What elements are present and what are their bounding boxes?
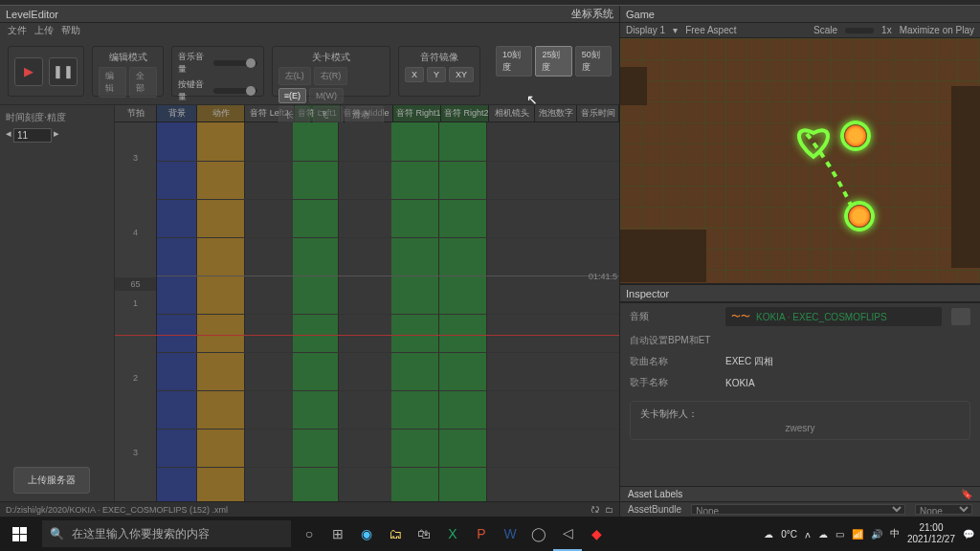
beat: 4	[115, 228, 156, 237]
col-time: 音乐时间	[577, 105, 619, 121]
audio-picker[interactable]	[951, 308, 970, 325]
bundle-select-1[interactable]: None	[691, 504, 905, 515]
file-path: D:/zishi/gk/2020/KOKIA · EXEC_COSMOFLIPS…	[6, 505, 228, 515]
song-name-label: 歌曲名称	[630, 355, 716, 368]
search-icon: 🔍	[50, 527, 64, 540]
scale-label: Scale	[813, 25, 837, 35]
beat: 3	[115, 448, 156, 457]
ime-indicator[interactable]: 中	[890, 527, 900, 540]
footer-path-bar: D:/zishi/gk/2020/KOKIA · EXEC_COSMOFLIPS…	[0, 501, 619, 517]
artist-value: KOKIA	[725, 378, 970, 388]
taskbar-clock[interactable]: 21:00 2021/12/27	[907, 522, 955, 545]
key-vol-slider[interactable]	[213, 88, 257, 94]
edit-btn[interactable]: 编辑	[99, 67, 126, 98]
refresh-icon[interactable]: 🗘	[590, 505, 599, 515]
credit-label: 关卡制作人：	[640, 408, 960, 421]
weather-icon[interactable]: ☁	[764, 529, 773, 540]
task-view-icon[interactable]: ⊞	[323, 517, 352, 551]
play-button[interactable]: ▶	[14, 57, 43, 86]
all-btn[interactable]: 全部	[129, 67, 157, 98]
audio-wave-icon: 〜〜	[731, 310, 750, 323]
m-btn[interactable]: M(W)	[309, 88, 344, 103]
music-vol-label: 音乐音量	[178, 51, 210, 76]
scale-50[interactable]: 50刻度	[575, 46, 612, 77]
start-button[interactable]	[0, 517, 38, 551]
scale-10[interactable]: 10刻度	[496, 46, 532, 77]
scale-25[interactable]: 25刻度	[535, 46, 571, 77]
col-beat: 节拍	[115, 105, 157, 121]
audio-file-name: KOKIA · EXEC_COSMOFLIPS	[756, 312, 887, 322]
asset-labels-header[interactable]: Asset Labels 🔖	[620, 486, 980, 501]
coord-label[interactable]: 坐标系统	[571, 7, 613, 21]
timeline-body[interactable]: 3 4 65 1 2 3 01:41.5	[115, 122, 619, 501]
precision-left[interactable]: ◂	[6, 127, 11, 140]
file-explorer-icon[interactable]: 🗂	[381, 517, 410, 551]
clock-time: 21:00	[907, 522, 955, 534]
battery-icon[interactable]: ▭	[835, 529, 844, 540]
toolbar: ▶ ❚❚ 编辑模式 编辑 全部 音乐音量 按键音量 关卡模式 左(L) 右(R)	[0, 38, 619, 105]
aspect-dropdown[interactable]: Free Aspect	[685, 25, 736, 35]
obs-icon[interactable]: ◯	[524, 517, 553, 551]
precision-input[interactable]	[13, 128, 52, 143]
cortana-icon[interactable]: ○	[295, 517, 323, 551]
timecode: 01:41.5	[589, 272, 617, 281]
timeline-precision-panel: 时间刻度·精度 ◂ ▸	[0, 105, 115, 501]
excel-icon[interactable]: X	[438, 517, 467, 551]
col-action: 动作	[197, 105, 245, 121]
app-icon[interactable]: ◆	[582, 517, 611, 551]
windows-taskbar: 🔍 在这里输入你要搜索的内容 ○ ⊞ ◉ 🗂 🛍 X P W ◯ ◁ ◆ ☁ 0…	[0, 517, 980, 551]
onedrive-icon[interactable]: ☁	[818, 529, 828, 540]
menu-file[interactable]: 文件	[8, 24, 27, 37]
display-dropdown[interactable]: Display 1	[626, 25, 665, 35]
notifications-icon[interactable]: 💬	[963, 529, 974, 540]
inspector-body: 音频 〜〜 KOKIA · EXEC_COSMOFLIPS 自动设置BPM和ET…	[620, 302, 980, 486]
volume-icon[interactable]: 🔊	[871, 529, 882, 540]
flip-x[interactable]: X	[405, 67, 424, 82]
wifi-icon[interactable]: 📶	[852, 529, 863, 540]
game-target-1	[840, 121, 871, 151]
artist-label: 歌手名称	[630, 376, 716, 389]
game-target-2	[844, 201, 875, 231]
credit-box: 关卡制作人： zwesry	[630, 401, 970, 440]
search-placeholder: 在这里输入你要搜索的内容	[72, 526, 210, 542]
upload-server-button[interactable]: 上传服务器	[13, 467, 90, 494]
e-btn[interactable]: ≡(E)	[278, 88, 306, 103]
powerpoint-icon[interactable]: P	[467, 517, 496, 551]
game-tab[interactable]: Game	[626, 9, 655, 20]
chevron-down-icon[interactable]: ▾	[673, 25, 678, 35]
menu-upload[interactable]: 上传	[34, 24, 54, 37]
edit-mode-title: 编辑模式	[99, 51, 157, 64]
flip-title: 音符镜像	[405, 51, 474, 64]
col-bubble: 泡泡数字	[535, 105, 577, 121]
precision-right[interactable]: ▸	[54, 127, 59, 140]
r-btn[interactable]: 右(R)	[314, 67, 348, 85]
clock-date: 2021/12/27	[907, 534, 955, 545]
assetbundle-label: AssetBundle	[628, 504, 681, 515]
unity-icon[interactable]: ◁	[553, 517, 582, 551]
menu-help[interactable]: 帮助	[61, 24, 80, 37]
word-icon[interactable]: W	[496, 517, 524, 551]
flip-y[interactable]: Y	[427, 67, 446, 82]
tag-icon[interactable]: 🔖	[961, 489, 972, 499]
flip-xy[interactable]: XY	[449, 67, 474, 82]
audio-label: 音频	[630, 310, 716, 323]
col-cam: 相机镜头	[489, 105, 535, 121]
key-vol-label: 按键音量	[178, 78, 210, 103]
beat-65: 65	[115, 277, 156, 291]
pause-button[interactable]: ❚❚	[49, 57, 78, 86]
audio-field[interactable]: 〜〜 KOKIA · EXEC_COSMOFLIPS	[725, 307, 942, 326]
scale-slider[interactable]	[845, 28, 874, 33]
folder-icon[interactable]: 🗀	[605, 505, 613, 515]
temperature: 0°C	[781, 529, 797, 540]
game-viewport[interactable]	[620, 38, 980, 285]
tray-chevron-icon[interactable]: ʌ	[805, 529, 811, 540]
l-btn[interactable]: 左(L)	[278, 67, 311, 85]
store-icon[interactable]: 🛍	[410, 517, 438, 551]
inspector-tab[interactable]: Inspector	[626, 288, 669, 299]
music-vol-slider[interactable]	[213, 60, 257, 66]
taskbar-search[interactable]: 🔍 在这里输入你要搜索的内容	[42, 520, 291, 547]
edge-icon[interactable]: ◉	[352, 517, 381, 551]
scale-value: 1x	[881, 25, 892, 35]
bundle-select-2[interactable]: None	[915, 504, 972, 515]
maximize-toggle[interactable]: Maximize on Play	[900, 25, 974, 35]
